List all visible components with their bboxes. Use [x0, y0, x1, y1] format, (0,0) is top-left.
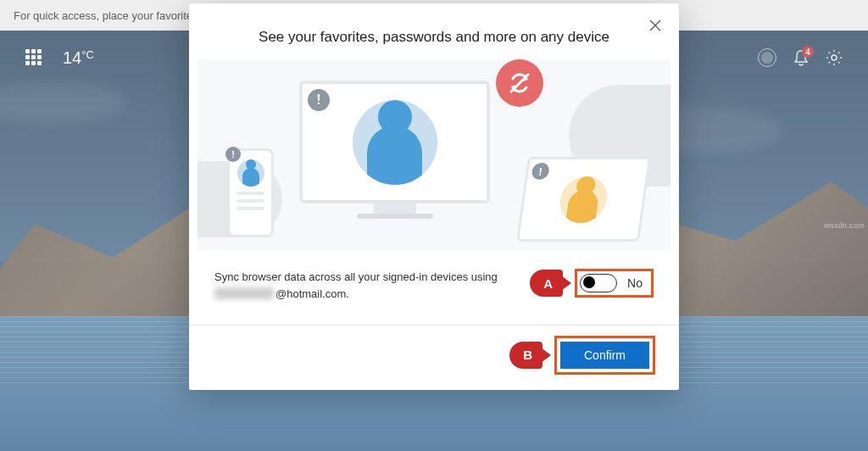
- toggle-state-label: No: [627, 276, 643, 290]
- sync-description: Sync browser data across all your signed…: [214, 269, 520, 304]
- dialog-title: See your favorites, passwords and more o…: [189, 3, 679, 59]
- user-email: @hotmail.com.: [214, 286, 349, 303]
- close-button[interactable]: [642, 12, 669, 39]
- email-redacted: [214, 287, 274, 299]
- monitor-icon: !: [299, 81, 490, 219]
- modal-overlay: See your favorites, passwords and more o…: [0, 0, 868, 451]
- sync-toggle[interactable]: [580, 274, 617, 292]
- sync-disabled-icon: [496, 59, 543, 107]
- sync-illustration: ! ! !: [198, 59, 670, 250]
- alert-icon: !: [531, 163, 550, 180]
- confirm-button[interactable]: Confirm: [560, 342, 649, 369]
- annotation-a: A No: [530, 269, 654, 298]
- alert-icon: !: [225, 147, 241, 162]
- tablet-icon: !: [522, 157, 645, 242]
- annotation-b: B Confirm: [509, 336, 655, 375]
- alert-icon: !: [308, 89, 330, 111]
- confirm-highlight: Confirm: [554, 336, 655, 375]
- callout-label-b: B: [509, 342, 542, 369]
- callout-label-a: A: [530, 270, 563, 297]
- phone-icon: !: [227, 148, 274, 237]
- toggle-highlight: No: [575, 269, 654, 298]
- sync-dialog: See your favorites, passwords and more o…: [189, 3, 679, 390]
- watermark: wsxdn.com: [824, 221, 865, 230]
